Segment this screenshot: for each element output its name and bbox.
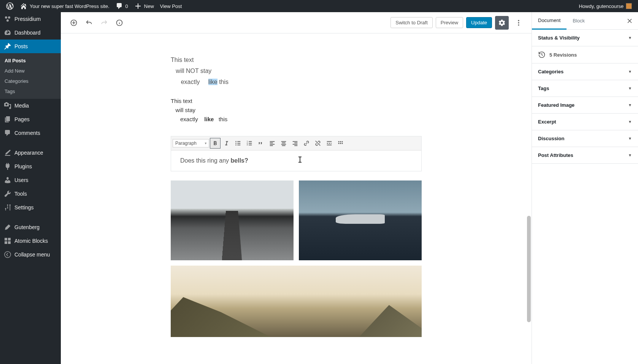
quote-button[interactable] <box>256 138 266 149</box>
svg-rect-34 <box>294 143 297 144</box>
gallery-image[interactable] <box>299 180 422 260</box>
svg-rect-27 <box>270 144 275 145</box>
panel-status-visibility[interactable]: Status & Visibility▼ <box>532 30 638 46</box>
editor-canvas[interactable]: This text will NOT stay exactly like thi… <box>61 33 532 364</box>
panel-label: Post Attributes <box>538 152 573 158</box>
svg-point-1 <box>8 16 10 19</box>
sidebar-item-media[interactable]: Media <box>0 99 61 112</box>
pressidium-icon <box>4 15 11 23</box>
sidebar-item-posts[interactable]: Posts <box>0 40 61 53</box>
svg-point-0 <box>5 16 7 19</box>
svg-rect-39 <box>329 143 330 144</box>
italic-button[interactable] <box>221 138 232 149</box>
align-left-button[interactable] <box>267 138 278 149</box>
svg-rect-38 <box>327 143 329 144</box>
align-center-button[interactable] <box>278 138 289 149</box>
sidebar-item-users[interactable]: Users <box>0 173 61 187</box>
svg-rect-25 <box>270 141 275 142</box>
link-button[interactable] <box>301 138 312 149</box>
undo-button[interactable] <box>82 16 96 30</box>
gallery-image[interactable] <box>171 266 422 337</box>
svg-point-15 <box>235 143 236 144</box>
admin-bar: Your new super fast WordPress site. 0 Ne… <box>0 0 638 12</box>
view-post-link[interactable]: View Post <box>157 0 185 12</box>
preview-button[interactable]: Preview <box>436 17 463 28</box>
site-name-link[interactable]: Your new super fast WordPress site. <box>17 0 113 12</box>
sidebar-item-appearance[interactable]: Appearance <box>0 146 61 160</box>
dashboard-icon <box>4 29 11 36</box>
panel-excerpt[interactable]: Excerpt▼ <box>532 114 638 130</box>
svg-text:3: 3 <box>247 144 248 146</box>
history-icon <box>538 51 546 59</box>
pin-icon <box>4 43 11 50</box>
svg-rect-33 <box>293 141 298 142</box>
classic-editor-block[interactable]: Paragraph 123 <box>171 136 422 171</box>
classic-text-bold: bells? <box>231 157 248 164</box>
panel-tags[interactable]: Tags▼ <box>532 80 638 97</box>
verse-block[interactable]: This text will NOT stay exactly like thi… <box>171 55 422 87</box>
sidebar-sub-add-new[interactable]: Add New <box>0 66 61 76</box>
numbered-list-button[interactable]: 123 <box>244 138 255 149</box>
scrollbar-thumb[interactable] <box>527 216 531 322</box>
unlink-button[interactable] <box>313 138 323 149</box>
update-button[interactable]: Update <box>466 17 492 28</box>
info-button[interactable] <box>113 16 126 30</box>
svg-point-2 <box>6 19 9 22</box>
align-right-button[interactable] <box>290 138 300 149</box>
sidebar-item-dashboard[interactable]: Dashboard <box>0 26 61 40</box>
tab-block[interactable]: Block <box>567 13 591 29</box>
sidebar-sub-categories[interactable]: Categories <box>0 76 61 86</box>
panel-featured-image[interactable]: Featured Image▼ <box>532 97 638 114</box>
sidebar-label: Gutenberg <box>14 224 40 230</box>
sidebar-item-atomic-blocks[interactable]: Atomic Blocks <box>0 234 61 248</box>
add-block-button[interactable] <box>67 16 81 30</box>
sidebar-item-plugins[interactable]: Plugins <box>0 160 61 173</box>
brush-icon <box>4 149 11 157</box>
comments-link[interactable]: 0 <box>113 0 131 12</box>
bullet-list-button[interactable] <box>233 138 243 149</box>
close-settings-button[interactable] <box>623 14 636 28</box>
wp-logo[interactable] <box>3 0 17 12</box>
sidebar-brand[interactable]: Pressidium <box>0 12 61 26</box>
switch-to-draft-button[interactable]: Switch to Draft <box>390 17 433 28</box>
panel-discussion[interactable]: Discussion▼ <box>532 130 638 147</box>
redo-button[interactable] <box>97 16 111 30</box>
format-select[interactable]: Paragraph <box>173 139 209 147</box>
sidebar-item-pages[interactable]: Pages <box>0 112 61 126</box>
read-more-button[interactable] <box>324 138 335 149</box>
svg-rect-28 <box>270 146 273 146</box>
bold-button[interactable] <box>210 138 221 149</box>
sidebar-item-settings[interactable]: Settings <box>0 201 61 214</box>
new-content-link[interactable]: New <box>131 0 157 12</box>
sidebar-label: Posts <box>14 43 28 49</box>
sidebar-sub-all-posts[interactable]: All Posts <box>0 55 61 66</box>
preformatted-block[interactable]: This text will stay exactly like this <box>171 97 422 124</box>
panel-post-attributes[interactable]: Post Attributes▼ <box>532 147 638 164</box>
settings-panel: Document Block Status & Visibility▼ 5 Re… <box>532 12 638 364</box>
account-link[interactable]: Howdy, gutencourse <box>576 0 635 12</box>
editor-header: Switch to Draft Preview Update <box>61 12 532 33</box>
svg-rect-14 <box>237 141 240 142</box>
sidebar-label: Plugins <box>14 163 32 169</box>
svg-rect-46 <box>340 143 341 144</box>
more-menu-button[interactable] <box>512 16 525 30</box>
svg-rect-5 <box>5 241 7 244</box>
gallery-block[interactable] <box>171 180 422 337</box>
tab-document[interactable]: Document <box>532 12 567 30</box>
gallery-image[interactable] <box>171 180 294 260</box>
blocks-icon <box>4 237 11 245</box>
sidebar-collapse[interactable]: Collapse menu <box>0 248 61 261</box>
toolbar-toggle-button[interactable] <box>335 138 346 149</box>
sidebar-sub-tags[interactable]: Tags <box>0 86 61 97</box>
sidebar-item-comments[interactable]: Comments <box>0 126 61 140</box>
svg-rect-35 <box>293 144 298 145</box>
panel-categories[interactable]: Categories▼ <box>532 63 638 80</box>
revisions-link[interactable]: 5 Revisions <box>532 46 638 63</box>
classic-content[interactable]: Does this ring any bells? <box>171 150 421 171</box>
svg-rect-41 <box>327 145 332 146</box>
settings-toggle-button[interactable] <box>495 16 509 30</box>
comment-icon <box>116 2 123 10</box>
sidebar-item-gutenberg[interactable]: Gutenberg <box>0 220 61 234</box>
chevron-down-icon: ▼ <box>628 70 632 74</box>
sidebar-item-tools[interactable]: Tools <box>0 187 61 201</box>
